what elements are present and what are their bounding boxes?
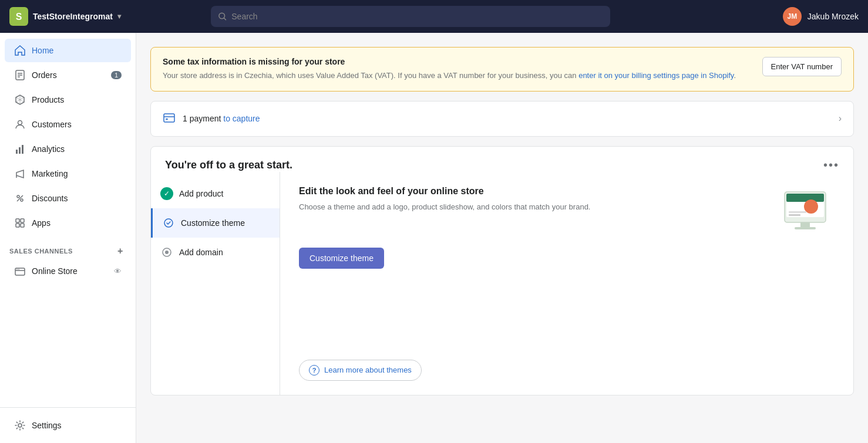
step-content-desc: Choose a theme and add a logo, product s…	[299, 201, 764, 214]
sidebar-item-orders-label: Orders	[32, 70, 57, 80]
theme-illustration	[776, 186, 835, 236]
payment-chevron-icon: ›	[839, 113, 842, 124]
discounts-icon	[14, 192, 26, 204]
online-store-visibility-icon[interactable]: 👁	[114, 267, 122, 276]
svg-point-8	[18, 121, 22, 125]
search-icon	[218, 12, 227, 21]
payment-count: 1 payment	[183, 114, 221, 123]
sidebar-item-home[interactable]: Home	[5, 39, 131, 62]
topnav: S TestStoreIntegromat ▾ JM Jakub Mrozek	[0, 0, 868, 33]
tax-banner-body: Your store address is in Czechia, which …	[163, 70, 736, 82]
sidebar-item-orders[interactable]: Orders 1	[5, 63, 131, 87]
sidebar-item-discounts[interactable]: Discounts	[5, 187, 131, 210]
svg-rect-34	[789, 211, 806, 213]
getting-started-card: You're off to a great start. ••• ✓ Add p…	[150, 146, 854, 395]
svg-point-26	[165, 251, 169, 254]
svg-rect-23	[164, 114, 174, 122]
step-content-panel: Edit the look and feel of your online st…	[280, 172, 853, 395]
svg-rect-24	[166, 119, 168, 120]
svg-rect-16	[21, 219, 24, 222]
settings-label: Settings	[32, 421, 62, 430]
sidebar-bottom: Settings	[0, 407, 136, 443]
search-bar	[211, 6, 610, 27]
avatar[interactable]: JM	[783, 7, 802, 26]
search-input[interactable]	[231, 12, 603, 21]
sidebar-item-home-label: Home	[32, 46, 53, 55]
svg-line-3	[224, 18, 226, 19]
billing-settings-link[interactable]: enter it on your billing settings page i…	[578, 71, 734, 80]
tax-banner: Some tax information is missing for your…	[150, 47, 854, 92]
step-pending-icon	[160, 246, 173, 259]
sidebar-item-products[interactable]: Products	[5, 88, 131, 111]
online-store-label: Online Store	[32, 266, 78, 276]
svg-point-21	[18, 269, 19, 270]
store-logo[interactable]: S TestStoreIntegromat ▾	[9, 7, 121, 26]
svg-rect-33	[789, 214, 800, 216]
marketing-icon	[14, 168, 26, 180]
svg-rect-30	[795, 227, 816, 229]
learn-more-link[interactable]: ? Learn more about themes	[299, 360, 422, 381]
sidebar-item-settings[interactable]: Settings	[5, 414, 131, 437]
svg-rect-31	[786, 194, 824, 202]
svg-point-22	[18, 424, 22, 427]
getting-started-header: You're off to a great start. •••	[151, 147, 853, 172]
step-add-product-label: Add product	[179, 189, 224, 198]
customize-theme-button[interactable]: Customize theme	[299, 248, 384, 269]
settings-icon	[14, 420, 26, 431]
online-store-icon	[14, 265, 26, 277]
payment-capture-text: 1 payment to capture	[183, 114, 260, 123]
sidebar-item-customers[interactable]: Customers	[5, 113, 131, 136]
svg-point-12	[17, 195, 19, 198]
learn-more-section: ? Learn more about themes	[299, 360, 835, 381]
step-customize-theme[interactable]: Customize theme	[151, 208, 280, 238]
getting-started-title: You're off to a great start.	[165, 159, 292, 171]
main-content: Some tax information is missing for your…	[136, 33, 868, 443]
step-add-product[interactable]: ✓ Add product	[151, 179, 280, 208]
user-name[interactable]: Jakub Mrozek	[808, 12, 859, 21]
sales-channels-header: SALES CHANNELS +	[0, 236, 136, 259]
payment-link: to capture	[223, 114, 260, 123]
tax-banner-title: Some tax information is missing for your…	[163, 57, 736, 66]
svg-rect-9	[16, 150, 18, 154]
learn-more-icon: ?	[309, 365, 319, 376]
orders-badge: 1	[111, 71, 122, 79]
sidebar-item-online-store[interactable]: Online Store 👁	[5, 261, 131, 282]
svg-point-20	[16, 269, 18, 270]
home-icon	[14, 45, 26, 56]
sidebar-item-marketing-label: Marketing	[32, 169, 68, 178]
orders-icon	[14, 69, 26, 81]
shopify-icon: S	[9, 7, 28, 26]
apps-icon	[14, 217, 26, 229]
getting-started-body: ✓ Add product Customize theme	[151, 172, 853, 395]
sidebar-item-products-label: Products	[32, 95, 64, 104]
svg-point-13	[21, 199, 23, 201]
add-sales-channel-button[interactable]: +	[115, 245, 126, 257]
step-add-domain[interactable]: Add domain	[151, 238, 280, 267]
store-name: TestStoreIntegromat	[33, 12, 113, 21]
customers-icon	[14, 119, 26, 130]
payment-capture-card[interactable]: 1 payment to capture ›	[150, 101, 854, 137]
step-content-title: Edit the look and feel of your online st…	[299, 186, 764, 197]
sidebar-item-apps[interactable]: Apps	[5, 211, 131, 235]
svg-rect-29	[800, 222, 810, 227]
step-customize-label: Customize theme	[181, 218, 245, 228]
payment-icon	[163, 111, 176, 127]
sidebar: Home Orders 1	[0, 33, 136, 443]
learn-more-label: Learn more about themes	[324, 366, 412, 374]
svg-rect-10	[19, 147, 21, 154]
svg-rect-15	[16, 219, 19, 222]
step-add-domain-label: Add domain	[179, 248, 223, 257]
sidebar-item-analytics-label: Analytics	[32, 144, 65, 154]
sidebar-item-analytics[interactable]: Analytics	[5, 137, 131, 161]
analytics-icon	[14, 143, 26, 155]
svg-text:S: S	[16, 12, 22, 22]
svg-rect-11	[22, 145, 23, 154]
svg-rect-18	[21, 224, 24, 227]
enter-vat-button[interactable]: Enter VAT number	[762, 57, 842, 76]
sidebar-item-marketing[interactable]: Marketing	[5, 162, 131, 185]
sidebar-item-discounts-label: Discounts	[32, 194, 68, 203]
getting-started-menu[interactable]: •••	[823, 158, 839, 172]
svg-rect-17	[16, 224, 19, 227]
step-content-text: Edit the look and feel of your online st…	[299, 186, 764, 236]
sidebar-item-customers-label: Customers	[32, 120, 72, 129]
